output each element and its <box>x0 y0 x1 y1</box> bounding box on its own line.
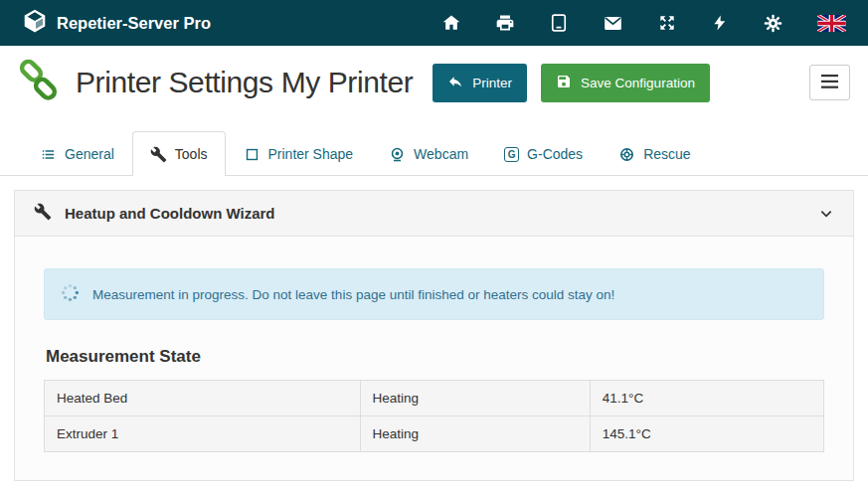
heater-status-cell: Heating <box>360 416 590 452</box>
wrench-icon <box>34 203 52 224</box>
brand-label: Repetier-Server Pro <box>57 14 211 33</box>
heater-status-cell: Heating <box>360 381 590 416</box>
tab-gcodes-label: G-Codes <box>527 146 583 162</box>
printer-icon[interactable] <box>495 13 515 33</box>
settings-tabs: General Tools Printer Shape Webcam G G-C… <box>0 131 868 176</box>
panel-body: Measurement in progress. Do not leave th… <box>15 237 853 488</box>
gcode-icon: G <box>504 147 519 162</box>
tab-rescue-label: Rescue <box>643 146 690 162</box>
tab-webcam-label: Webcam <box>414 146 468 162</box>
chain-link-icon <box>14 57 62 108</box>
alert-text: Measurement in progress. Do not leave th… <box>92 287 614 302</box>
fullscreen-icon[interactable] <box>657 13 677 33</box>
measurement-alert: Measurement in progress. Do not leave th… <box>44 268 824 320</box>
tab-webcam[interactable]: Webcam <box>371 131 486 176</box>
tab-printer-shape[interactable]: Printer Shape <box>226 131 372 176</box>
measurement-state-table: Heated Bed Heating 41.1°C Extruder 1 Hea… <box>44 380 824 452</box>
printer-button-label: Printer <box>472 76 512 90</box>
heater-name-cell: Extruder 1 <box>45 416 361 452</box>
save-icon <box>556 74 572 92</box>
heatup-wizard-panel-header[interactable]: Heatup and Cooldown Wizard <box>15 191 853 237</box>
top-navbar: Repetier-Server Pro <box>0 0 868 46</box>
tab-gcodes[interactable]: G G-Codes <box>486 131 601 176</box>
hamburger-icon <box>821 75 838 91</box>
home-icon[interactable] <box>441 13 461 33</box>
printer-button[interactable]: Printer <box>433 64 527 102</box>
measurement-state-title: Measurement State <box>46 347 822 367</box>
tab-tools-label: Tools <box>175 146 208 162</box>
bolt-icon[interactable] <box>711 13 729 33</box>
gear-icon[interactable] <box>763 13 783 34</box>
repetier-logo-icon <box>22 8 48 38</box>
page-header: Printer Settings My Printer Printer Save… <box>0 46 868 117</box>
brand[interactable]: Repetier-Server Pro <box>22 8 211 38</box>
tab-tools[interactable]: Tools <box>132 131 226 176</box>
mail-icon[interactable] <box>603 13 623 34</box>
heater-temp-cell: 41.1°C <box>590 381 823 416</box>
save-button-label: Save Configuration <box>581 76 695 90</box>
heatup-wizard-panel: Heatup and Cooldown Wizard <box>14 190 854 481</box>
navbar-icons <box>441 13 846 34</box>
panel-title: Heatup and Cooldown Wizard <box>65 205 275 222</box>
language-flag-uk-icon[interactable] <box>817 15 846 32</box>
page-title: Printer Settings My Printer <box>76 66 413 99</box>
spinner-icon <box>61 283 80 305</box>
table-row: Heated Bed Heating 41.1°C <box>45 381 824 416</box>
tab-printer-shape-label: Printer Shape <box>268 146 354 162</box>
back-arrow-icon <box>447 74 463 92</box>
save-configuration-button[interactable]: Save Configuration <box>541 64 710 102</box>
heater-temp-cell: 145.1°C <box>590 416 823 452</box>
queue-icon[interactable] <box>549 13 569 33</box>
table-row: Extruder 1 Heating 145.1°C <box>45 416 824 452</box>
heater-name-cell: Heated Bed <box>45 381 361 416</box>
tab-general-label: General <box>65 146 114 162</box>
chevron-down-icon[interactable] <box>818 206 834 222</box>
menu-button[interactable] <box>809 65 850 100</box>
tab-rescue[interactable]: Rescue <box>601 131 708 176</box>
tab-general[interactable]: General <box>22 131 132 176</box>
